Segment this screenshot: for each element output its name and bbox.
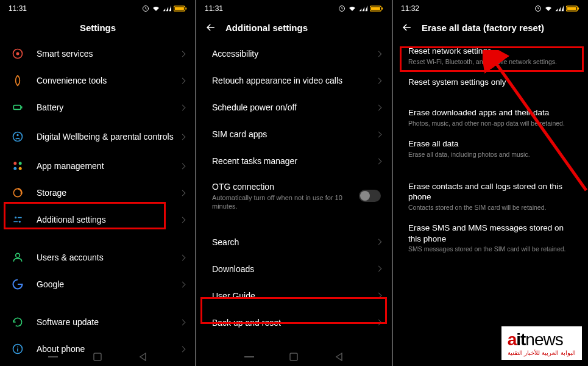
settings-item-storage[interactable]: Storage: [0, 179, 196, 206]
svg-rect-27: [371, 7, 380, 10]
chevron-right-icon: [180, 51, 186, 57]
svg-point-13: [19, 167, 22, 170]
settings-item-reset-system[interactable]: Reset system settings only: [392, 71, 588, 102]
chevron-right-icon: [180, 319, 186, 325]
settings-item-digital-wellbeing[interactable]: Digital Wellbeing & parental controls: [0, 121, 196, 152]
chevron-right-icon: [180, 254, 186, 260]
settings-item-smart-services[interactable]: Smart services: [0, 40, 196, 67]
nav-back-icon[interactable]: [137, 351, 148, 362]
settings-item-backup-reset[interactable]: Back up and reset: [196, 309, 392, 336]
settings-item-retouch[interactable]: Retouch appearance in video calls: [196, 67, 392, 94]
update-icon: [11, 315, 24, 329]
chevron-right-icon: [180, 163, 186, 169]
page-title: Settings: [80, 23, 116, 33]
nav-back-icon[interactable]: [333, 351, 344, 362]
navigation-bar: [196, 348, 392, 366]
page-title: Additional settings: [225, 23, 308, 33]
chevron-right-icon: [180, 77, 186, 84]
phone-screen-2: 11:31 Additional settings Accessibility …: [196, 0, 392, 366]
google-icon: [11, 278, 24, 291]
nav-recent-icon[interactable]: [48, 351, 58, 362]
phone-screen-3: 11:32 Erase all data (factory reset) Res…: [392, 0, 588, 366]
status-bar: 11:31: [196, 0, 392, 15]
svg-point-11: [19, 162, 22, 165]
nav-home-icon[interactable]: [288, 351, 299, 362]
svg-rect-29: [244, 356, 254, 357]
watermark-logo: aitnews البوابة العربية للأخبار التقنية: [501, 326, 582, 360]
settings-item-otg-connection[interactable]: OTG connection Automatically turn off wh…: [196, 174, 392, 218]
chevron-right-icon: [376, 77, 382, 84]
settings-item-erase-all[interactable]: Erase all data Erase all data, including…: [392, 133, 588, 164]
battery-icon: [11, 101, 24, 114]
chevron-right-icon: [376, 158, 382, 164]
settings-item-users-accounts[interactable]: Users & accounts: [0, 244, 196, 271]
settings-item-recent-tasks[interactable]: Recent tasks manager: [196, 148, 392, 174]
settings-list[interactable]: Accessibility Retouch appearance in vide…: [196, 40, 392, 336]
smart-icon: [11, 47, 24, 60]
settings-list[interactable]: Smart services Convenience tools Battery…: [0, 40, 196, 362]
svg-point-12: [13, 167, 16, 170]
settings-item-convenience-tools[interactable]: Convenience tools: [0, 67, 196, 94]
chevron-right-icon: [376, 51, 382, 57]
status-icons: [534, 5, 579, 12]
svg-rect-34: [578, 7, 579, 9]
settings-item-erase-sms[interactable]: Erase SMS and MMS messages stored on thi…: [392, 217, 588, 259]
svg-point-19: [16, 253, 20, 257]
status-icons: [338, 5, 383, 12]
title-bar: Erase all data (factory reset): [392, 15, 588, 40]
settings-item-software-update[interactable]: Software update: [0, 309, 196, 336]
svg-rect-30: [290, 353, 297, 361]
convenience-icon: [11, 74, 24, 87]
settings-item-reset-network[interactable]: Reset network settings Reset Wi-Fi, Blue…: [392, 40, 588, 71]
title-bar: Additional settings: [196, 15, 392, 40]
status-bar: 11:31: [0, 0, 196, 15]
settings-item-user-guide[interactable]: User Guide: [196, 282, 392, 309]
logo-brand: aitnews: [508, 330, 576, 350]
settings-item-search[interactable]: Search: [196, 229, 392, 256]
chevron-right-icon: [180, 281, 186, 287]
svg-rect-2: [175, 7, 184, 10]
title-bar: Settings: [0, 15, 196, 40]
chevron-right-icon: [180, 217, 186, 223]
chevron-right-icon: [376, 131, 382, 137]
settings-item-app-management[interactable]: App management: [0, 152, 196, 179]
settings-item-erase-contacts[interactable]: Erase contacts and call logs stored on t…: [392, 176, 588, 218]
storage-icon: [11, 186, 24, 199]
apps-icon: [11, 159, 24, 173]
settings-item-google[interactable]: Google: [0, 271, 196, 298]
chevron-right-icon: [180, 104, 186, 110]
logo-tagline: البوابة العربية للأخبار التقنية: [508, 350, 576, 356]
additional-icon: [11, 213, 24, 226]
svg-rect-7: [21, 106, 23, 108]
chevron-right-icon: [180, 190, 186, 196]
settings-item-battery[interactable]: Battery: [0, 94, 196, 121]
svg-rect-3: [185, 7, 186, 9]
status-bar: 11:32: [392, 0, 588, 15]
svg-rect-33: [567, 7, 576, 10]
nav-recent-icon[interactable]: [244, 351, 255, 362]
navigation-bar: [0, 348, 196, 366]
back-arrow-icon[interactable]: [401, 21, 413, 34]
svg-point-15: [15, 217, 16, 218]
settings-item-accessibility[interactable]: Accessibility: [196, 40, 392, 67]
settings-list[interactable]: Reset network settings Reset Wi-Fi, Blue…: [392, 40, 588, 259]
svg-rect-24: [94, 353, 101, 361]
settings-item-sim-card-apps[interactable]: SIM card apps: [196, 121, 392, 148]
settings-item-additional-settings[interactable]: Additional settings: [0, 206, 196, 233]
status-time: 11:31: [205, 4, 223, 13]
otg-toggle[interactable]: [359, 190, 381, 202]
wellbeing-icon: [11, 130, 24, 143]
svg-point-8: [13, 132, 23, 142]
back-arrow-icon[interactable]: [205, 21, 217, 34]
users-icon: [11, 251, 24, 264]
chevron-right-icon: [376, 293, 382, 299]
settings-item-downloads[interactable]: Downloads: [196, 256, 392, 282]
settings-item-schedule-power[interactable]: Schedule power on/off: [196, 94, 392, 121]
settings-item-erase-apps[interactable]: Erase downloaded apps and their data Pho…: [392, 102, 588, 133]
svg-point-9: [16, 134, 18, 136]
svg-point-17: [19, 221, 21, 223]
svg-rect-28: [381, 7, 383, 9]
svg-point-5: [16, 52, 19, 56]
nav-home-icon[interactable]: [92, 351, 103, 362]
svg-rect-23: [48, 356, 58, 357]
